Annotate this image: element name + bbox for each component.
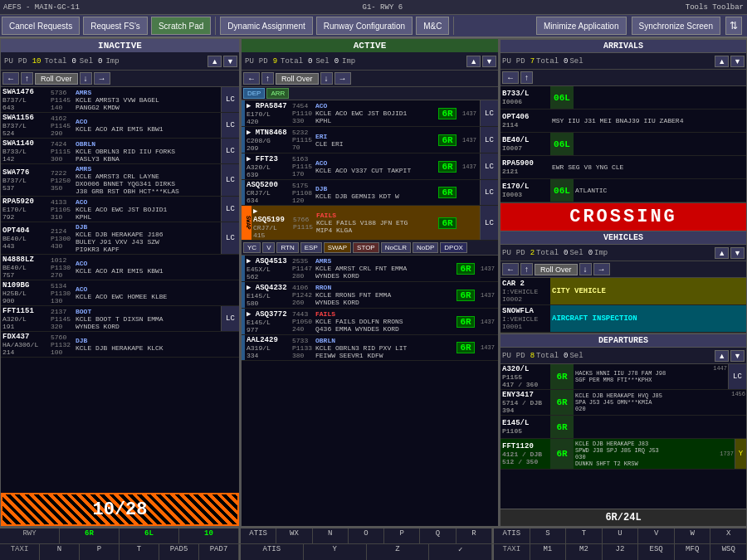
- m1-cell[interactable]: M1: [530, 544, 567, 560]
- down-veh-btn[interactable]: ▼: [730, 247, 745, 259]
- wsq-cell[interactable]: WSQ: [710, 544, 747, 560]
- 6l-cell[interactable]: 6L: [120, 528, 179, 543]
- up-arr-btn[interactable]: ▲: [715, 56, 729, 67]
- o-cell[interactable]: O: [349, 528, 384, 543]
- list-item[interactable]: A320/L P1155 417 / 360 6R HACKS HNNI IIU…: [500, 364, 746, 390]
- down-arrow-btn[interactable]: ▼: [223, 56, 237, 67]
- right-veh-nav[interactable]: →: [593, 263, 610, 275]
- table-row[interactable]: AAL2429 A319/L 334 5733 P1133 380 OBRLN …: [242, 335, 498, 361]
- list-item[interactable]: ENY3417 5714 / DJB 394 6R KCLE DJB HERAK…: [500, 390, 746, 416]
- atis-cell[interactable]: ATIS: [241, 528, 276, 543]
- q-cell[interactable]: Q: [420, 528, 456, 543]
- 6r-cell[interactable]: 6R: [60, 528, 120, 543]
- table-row[interactable]: OPT404 BE40/L 443 2124 P1300 430 DJB KCL…: [1, 222, 239, 255]
- up-arr-nav[interactable]: ↑: [520, 71, 533, 84]
- atis2-cell[interactable]: ATIS: [241, 544, 304, 560]
- minimize-button[interactable]: Minimize Application: [536, 17, 627, 35]
- w-cell[interactable]: W: [675, 528, 711, 543]
- scratch-pad-button[interactable]: Scratch Pad: [151, 17, 211, 35]
- esp-button[interactable]: ESP: [300, 242, 322, 253]
- m2-cell[interactable]: M2: [566, 544, 603, 560]
- table-row[interactable]: SWA1140 B733/L 142 7424 P1115 300 OBRLN …: [1, 139, 239, 164]
- taxi-cell[interactable]: TAXI: [0, 544, 40, 560]
- sync-screen-button[interactable]: Synchronize Screen: [632, 17, 721, 35]
- table-row[interactable]: SWAP ▶ ASQ5199 CRJ7/L 415 5766 P1115 FAI…: [242, 206, 498, 241]
- n-cell[interactable]: N: [313, 528, 349, 543]
- dep-tab-button[interactable]: DEP: [243, 88, 265, 99]
- list-item[interactable]: SNOWFLA I:VEHICLE I0001 AIRCRAFT INSPECT…: [500, 305, 746, 333]
- s-cell[interactable]: S: [530, 528, 567, 543]
- left-arr-btn[interactable]: ←: [243, 72, 260, 85]
- up-veh-nav[interactable]: ↑: [520, 263, 533, 275]
- up-arrow-btn[interactable]: ▲: [466, 56, 481, 67]
- table-row[interactable]: ▶ MTN8468 C208/G 209 5232 P1115 70 ERI C…: [242, 127, 498, 153]
- t2-cell[interactable]: T: [120, 544, 159, 560]
- taxi2-cell[interactable]: TAXI: [494, 544, 530, 560]
- t-cell[interactable]: T: [566, 528, 603, 543]
- 10-cell[interactable]: 10: [179, 528, 239, 543]
- z-cell[interactable]: Z: [367, 544, 430, 560]
- table-row[interactable]: FFT1151 A320/L 191 2137 P1145 320 BOOT K…: [1, 306, 239, 332]
- y-cell[interactable]: Y: [304, 544, 367, 560]
- down-arr-btn[interactable]: ▼: [730, 56, 745, 67]
- list-item[interactable]: E145/L P1105 6R: [500, 416, 746, 439]
- table-row[interactable]: ▶ ASQ4232 E145/L 580 4106 P1242 260 RRON…: [242, 282, 498, 309]
- left-arr-btn[interactable]: ←: [2, 72, 19, 85]
- up-nav-btn[interactable]: ↑: [261, 72, 274, 85]
- esq-cell[interactable]: ESQ: [638, 544, 675, 560]
- v-cell[interactable]: V: [638, 528, 675, 543]
- list-item[interactable]: BE40/L I0007 06L: [500, 133, 746, 156]
- table-row[interactable]: ▶ RPA5847 E170/L 420 7454 P1110 330 ACO …: [242, 100, 498, 127]
- down-dep-btn[interactable]: ▼: [730, 350, 745, 362]
- list-item[interactable]: B733/L I0006 06L: [500, 86, 746, 110]
- table-row[interactable]: ▶ ASQ4513 E45X/L 562 2535 P1147 280 AMRS…: [242, 256, 498, 282]
- atis-r-cell[interactable]: ATIS: [494, 528, 530, 543]
- up-arrow-btn[interactable]: ▲: [208, 56, 222, 67]
- rwy-cell[interactable]: RWY: [0, 528, 60, 543]
- table-row[interactable]: FDX437 HA/A306/L 214 5760 P1132 100 DJB …: [1, 332, 239, 358]
- down-arrow-btn[interactable]: ▼: [482, 56, 496, 67]
- rtn-button[interactable]: RTN: [276, 242, 298, 253]
- up-dep-btn[interactable]: ▲: [715, 350, 729, 362]
- table-row[interactable]: ▶ FFT23 A320/L 639 5163 P1115 170 ACO KC…: [242, 153, 498, 180]
- wx-cell[interactable]: WX: [276, 528, 312, 543]
- table-row[interactable]: ASQ5200 CRJ7/L 634 5175 P1108 120 DJB KC…: [242, 180, 498, 206]
- check-cell[interactable]: ✓: [429, 544, 492, 560]
- x-cell[interactable]: X: [710, 528, 747, 543]
- noclr-button[interactable]: NoCLR: [381, 242, 411, 253]
- right-nav-btn[interactable]: →: [334, 72, 351, 85]
- pad5-cell[interactable]: PAD5: [159, 544, 199, 560]
- dynamic-assignment-button[interactable]: Dynamic Assignment: [220, 17, 312, 35]
- yc-button[interactable]: YC: [243, 242, 261, 253]
- mfq-cell[interactable]: MFQ: [675, 544, 711, 560]
- up-nav-btn[interactable]: ↑: [21, 72, 33, 85]
- list-item[interactable]: RPA5900 2121 EWR SEG V8 YNG CLE: [500, 156, 746, 179]
- v-button[interactable]: V: [262, 242, 275, 253]
- list-item[interactable]: E170/L I0003 06L ATLANTIC: [500, 179, 746, 202]
- r-cell[interactable]: R: [456, 528, 492, 543]
- veh-rollover[interactable]: Roll Over: [535, 264, 578, 275]
- p-cell[interactable]: P: [384, 528, 420, 543]
- swap-button[interactable]: SWAP: [324, 242, 351, 253]
- nodp-button[interactable]: NoDP: [413, 242, 438, 253]
- table-row[interactable]: N4888LZ BE40/L 757 1012 P1130 270 ACO KC…: [1, 255, 239, 280]
- down-nav-btn[interactable]: ↓: [320, 72, 333, 85]
- n2-cell[interactable]: N: [40, 544, 80, 560]
- sync-icon-button[interactable]: ⇅: [725, 17, 742, 35]
- request-fs-button[interactable]: Request FS's: [83, 17, 148, 35]
- u-cell[interactable]: U: [603, 528, 639, 543]
- dpox-button[interactable]: DPOX: [440, 242, 467, 253]
- j2-cell[interactable]: J2: [603, 544, 639, 560]
- right-nav-btn[interactable]: →: [94, 72, 110, 85]
- rollover-btn[interactable]: Roll Over: [35, 73, 78, 85]
- table-row[interactable]: RPA5920 E170/L 792 4133 P1105 310 ACO KC…: [1, 197, 239, 222]
- stop-button[interactable]: STOP: [353, 242, 379, 253]
- arr-tab-button[interactable]: ARR: [266, 88, 289, 99]
- table-row[interactable]: ▶ ASQ3772 E145/L 977 7443 P1050 240 FAIL…: [242, 309, 498, 335]
- table-row[interactable]: SWA776 B737/L 537 7222 P1250 350 AMRS KC…: [1, 164, 239, 197]
- mc-button[interactable]: M&C: [416, 17, 449, 35]
- rollover-btn[interactable]: Roll Over: [276, 73, 319, 85]
- p2-cell[interactable]: P: [80, 544, 120, 560]
- down-veh-nav[interactable]: ↓: [579, 263, 592, 275]
- list-item[interactable]: FFT1120 4121 / DJB 512 / 350 6R KCLE DJB…: [500, 439, 746, 470]
